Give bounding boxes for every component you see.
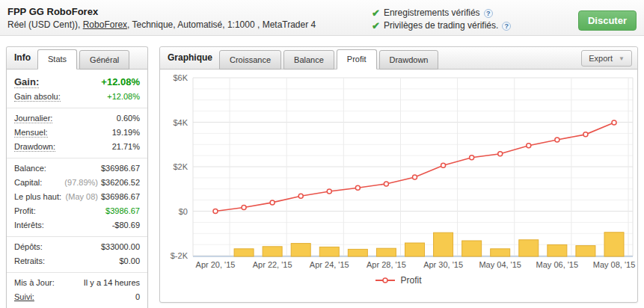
stat-value: 19.19% (112, 127, 140, 138)
stat-label: Retraits: (14, 256, 45, 267)
daily-profit-bar (576, 246, 595, 256)
x-tick-label: Apr 24, '15 (310, 260, 349, 269)
verification-badges: ✔ Enregistrements vérifiés ? ✔ Privilège… (372, 5, 511, 32)
profit-point (527, 144, 531, 148)
stat-label: Gain absolu: (14, 91, 61, 102)
chart-panel-header: Graphique Croissance Balance Profit Draw… (160, 47, 637, 70)
help-icon[interactable]: ? (484, 9, 493, 18)
x-tick-label: May 08, '15 (593, 260, 636, 269)
page-title: FPP GG RoboForex (7, 5, 372, 18)
check-icon: ✔ (372, 19, 380, 32)
info-panel: Info Stats Général Gain:+12.08%Gain abso… (6, 46, 148, 308)
chart-panel: Graphique Croissance Balance Profit Draw… (159, 46, 638, 303)
profit-chart: $6K$4K$2K$0$-2KApr 20, '15Apr 22, '15Apr… (160, 71, 637, 271)
chart-legend[interactable]: Profit (160, 275, 637, 286)
stat-row: Intérêts:-$80.69 (14, 218, 140, 232)
legend-profit-marker-icon (375, 277, 395, 284)
profit-point (270, 200, 275, 205)
stat-group: Journalier:0.60%Mensuel:19.19%Drawdown:2… (7, 108, 147, 158)
stat-row: Gain:+12.08% (14, 74, 140, 90)
account-title-block: FPP GG RoboForex Réel (USD Cent)), RoboF… (7, 5, 372, 31)
account-subtitle: Réel (USD Cent)), RoboForex, Technique, … (7, 19, 372, 31)
profit-point (498, 152, 503, 156)
stat-value: -$80.69 (112, 220, 140, 231)
trading-privileges-badge: ✔ Privilèges de trading vérifiés. ? (372, 19, 511, 32)
gridlines (193, 78, 633, 256)
stat-label: Capital: (14, 177, 42, 188)
info-panel-label: Info (11, 52, 37, 69)
chart-panel-label: Graphique (165, 52, 219, 69)
stat-label: Balance: (14, 163, 46, 174)
discuss-button[interactable]: Discuter (578, 10, 637, 31)
check-icon: ✔ (372, 7, 380, 19)
daily-profit-bar (348, 249, 367, 256)
stat-row: Le plus haut:(May 08)$36986.67 (14, 190, 140, 204)
x-tick-label: Apr 30, '15 (423, 260, 463, 269)
stat-label: Dépôts: (14, 241, 43, 253)
profit-point (441, 163, 446, 167)
stat-group: Balance:$36986.67Capital:(97.89%)$36206.… (7, 158, 147, 237)
y-axis-labels: $6K$4K$2K$0$-2K (171, 73, 188, 260)
profit-point (413, 175, 417, 179)
y-tick-label: $4K (173, 118, 188, 127)
daily-profit-bar (548, 244, 567, 256)
help-icon[interactable]: ? (502, 22, 511, 31)
stat-value: 0 (135, 292, 140, 303)
tab-general[interactable]: Général (79, 50, 129, 70)
stat-value: $36986.67 (101, 163, 140, 174)
stat-row: Journalier:0.60% (14, 111, 140, 126)
daily-profit-bar (319, 247, 339, 256)
stat-value: $33000.00 (101, 241, 140, 253)
stat-group: Mis à Jour:Il y a 14 heuresSuivi:0 (7, 273, 147, 308)
stat-row: Mis à Jour:Il y a 14 heures (14, 276, 140, 290)
trading-privileges-label: Privilèges de trading vérifiés. (384, 19, 498, 32)
chart-tabs: Croissance Balance Profit Drawdown (219, 49, 441, 69)
legend-profit-label: Profit (400, 275, 421, 286)
export-button[interactable]: Export ▼ (581, 50, 632, 67)
profit-point (470, 155, 474, 160)
stat-row: Drawdown:21.71% (14, 140, 140, 154)
stats-list: Gain:+12.08%Gain absolu:+12.08%Journalie… (7, 70, 147, 308)
stat-label: Profit: (14, 206, 36, 217)
stat-label: Mensuel: (14, 127, 48, 138)
daily-profit-bar (291, 244, 310, 256)
stat-row: Suivi:0 (14, 290, 140, 304)
y-tick-label: $0 (179, 207, 188, 216)
chart-plot-area: $6K$4K$2K$0$-2KApr 20, '15Apr 22, '15Apr… (160, 70, 637, 286)
x-tick-label: May 04, '15 (479, 260, 521, 269)
y-tick-label: $2K (173, 162, 188, 171)
profit-point (355, 185, 360, 190)
stat-label: Gain: (14, 76, 39, 88)
x-tick-label: Apr 20, '15 (196, 260, 236, 269)
account-header: FPP GG RoboForex Réel (USD Cent)), RoboF… (0, 0, 644, 36)
profit-point (242, 205, 246, 209)
stat-label: Le plus haut: (14, 191, 61, 203)
tab-stats[interactable]: Stats (37, 49, 77, 70)
records-verified-label: Enregistrements vérifiés (384, 7, 480, 19)
stat-value: $0.00 (119, 256, 140, 267)
tab-croissance[interactable]: Croissance (219, 50, 281, 70)
stat-value: (97.89%)$36206.52 (64, 177, 140, 188)
daily-profit-bar (376, 248, 396, 256)
tab-profit[interactable]: Profit (337, 49, 377, 70)
records-verified-badge: ✔ Enregistrements vérifiés ? (372, 7, 511, 19)
daily-profit-bar (263, 247, 282, 256)
daily-profit-bar (234, 249, 254, 256)
chevron-down-icon: ▼ (619, 55, 625, 62)
y-tick-label: $-2K (171, 251, 188, 260)
daily-profit-bar (434, 232, 453, 256)
stat-label[interactable]: Suivi: (14, 292, 34, 303)
stat-value: $3986.67 (105, 206, 140, 217)
stat-value: +12.08% (107, 91, 140, 102)
stat-label: Mis à Jour: (14, 277, 55, 289)
broker-link[interactable]: RoboForex (83, 19, 127, 30)
stat-row: Capital:(97.89%)$36206.52 (14, 176, 140, 190)
tab-balance[interactable]: Balance (283, 50, 334, 70)
profit-point (384, 182, 388, 186)
stat-row: Mensuel:19.19% (14, 126, 140, 140)
profit-point (612, 120, 616, 125)
daily-profit-bar (519, 240, 539, 256)
daily-profit-bar (604, 232, 624, 256)
tab-drawdown[interactable]: Drawdown (379, 50, 439, 70)
stat-label: Drawdown: (14, 141, 55, 153)
